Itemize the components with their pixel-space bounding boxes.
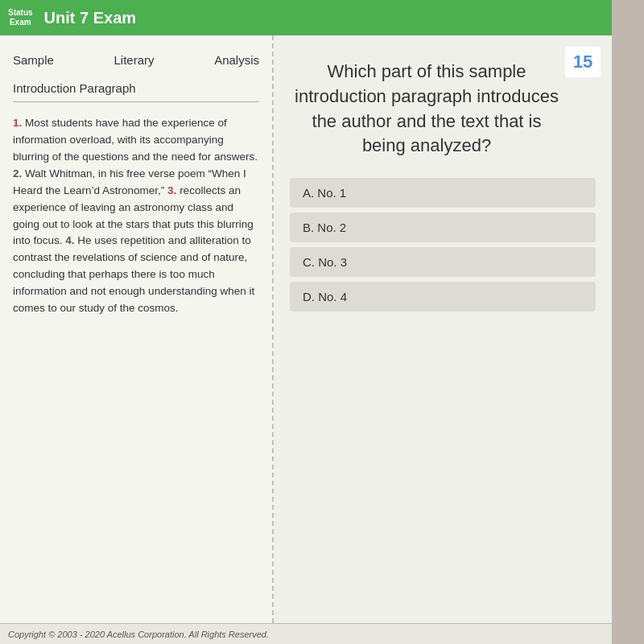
left-panel-heading: Sample Literary Analysis xyxy=(13,52,259,68)
title-line2: Introduction Paragraph xyxy=(13,81,259,95)
page-title: Unit 7 Exam xyxy=(44,9,136,27)
option-b-letter: B. xyxy=(303,221,317,234)
footer-text: Copyright © 2003 - 2020 Acellus Corporat… xyxy=(8,630,269,639)
header-bar: Status Exam Unit 7 Exam xyxy=(0,0,612,35)
sentence1-num: 1. xyxy=(13,117,22,129)
divider xyxy=(13,101,259,102)
sentence1-text: Most students have had the experience of… xyxy=(13,117,258,163)
sentence4-num: 4. xyxy=(63,234,75,246)
option-c-letter: C. xyxy=(303,255,318,269)
option-c[interactable]: C. No. 3 xyxy=(290,247,596,277)
title-word1: Sample xyxy=(13,52,54,68)
footer: Copyright © 2003 - 2020 Acellus Corporat… xyxy=(0,623,612,644)
main-container: Sample Literary Analysis Introduction Pa… xyxy=(0,35,612,623)
title-word2: Literary xyxy=(114,52,154,68)
left-panel: Sample Literary Analysis Introduction Pa… xyxy=(0,35,274,623)
option-a-letter: A. xyxy=(303,186,317,200)
option-c-text: No. 3 xyxy=(318,255,347,269)
side-accent-bar xyxy=(612,0,644,644)
title-word3: Analysis xyxy=(214,52,259,68)
question-text: Which part of this sample introduction p… xyxy=(290,60,596,159)
passage-text: 1. Most students have had the experience… xyxy=(13,115,259,317)
status-exam-label: Status Exam xyxy=(8,8,33,27)
exam-text: Exam xyxy=(10,18,31,27)
option-d[interactable]: D. No. 4 xyxy=(290,282,596,312)
option-d-letter: D. xyxy=(303,290,318,303)
right-panel: 15 Which part of this sample introductio… xyxy=(274,35,612,623)
option-b-text: No. 2 xyxy=(317,221,346,234)
option-a-text: No. 1 xyxy=(317,186,346,200)
answer-options: A. No. 1 B. No. 2 C. No. 3 D. No. 4 xyxy=(290,178,596,312)
question-number-badge: 15 xyxy=(565,47,601,77)
option-b[interactable]: B. No. 2 xyxy=(290,213,596,242)
option-d-text: No. 4 xyxy=(318,290,347,303)
sentence2-num: 2. xyxy=(13,167,22,180)
status-text: Status xyxy=(8,8,33,18)
option-a[interactable]: A. No. 1 xyxy=(290,178,596,208)
sentence3-num: 3. xyxy=(164,184,176,196)
